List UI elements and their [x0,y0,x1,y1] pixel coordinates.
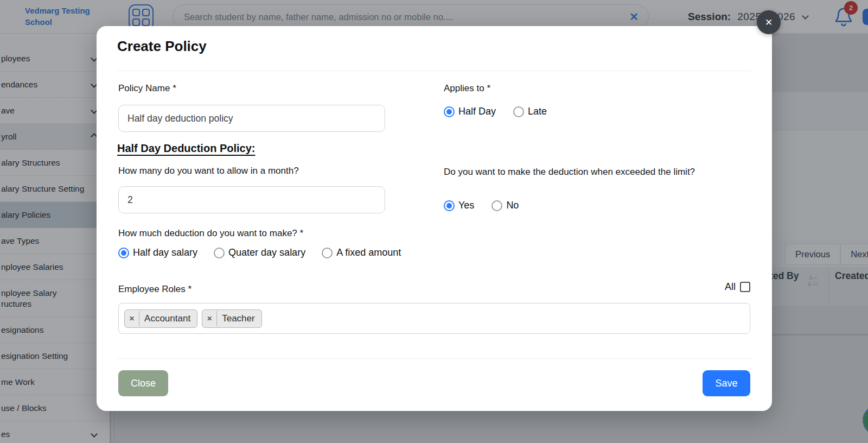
divider [117,358,751,359]
all-label: All [725,281,736,293]
radio-unselected-icon[interactable] [513,106,524,117]
deduction-amount-radio-group: Half day salaryQuater day salaryA fixed … [118,247,401,258]
radio-label: Half day salary [133,247,197,258]
exceed-limit-label: Do you want to make the deduction when e… [444,164,745,179]
remove-tag-icon[interactable]: ✕ [125,311,139,326]
allow-month-label: How many do you want to allow in a month… [118,166,299,176]
radio-option[interactable]: A fixed amount [322,247,401,258]
remove-tag-icon[interactable]: ✕ [202,311,217,326]
deduction-amount-label: How much deduction do you want to make? … [118,228,303,239]
radio-option[interactable]: No [492,200,519,211]
role-tag: ✕Accountant [124,309,197,328]
create-policy-modal: Create Policy Policy Name * Applies to *… [97,26,772,411]
radio-label: No [506,200,519,211]
all-checkbox[interactable] [740,282,750,292]
radio-label: Half Day [458,106,496,117]
close-button[interactable]: Close [118,370,168,396]
radio-option[interactable]: Half day salary [118,247,197,258]
employee-roles-multiselect[interactable]: ✕Accountant✕Teacher [118,303,750,334]
radio-label: A fixed amount [336,247,401,258]
radio-unselected-icon[interactable] [492,200,502,211]
applies-to-radio-group: Half DayLate [444,106,547,117]
radio-option[interactable]: Yes [444,200,474,211]
radio-label: Yes [458,200,474,211]
exceed-limit-radio-group: YesNo [444,200,519,211]
section-heading: Half Day Deduction Policy: [117,142,256,155]
allow-month-input[interactable] [118,186,385,213]
radio-option[interactable]: Quater day salary [214,247,305,258]
radio-label: Quater day salary [228,247,305,258]
applies-to-label: Applies to * [444,83,490,94]
divider [117,71,751,71]
radio-selected-icon[interactable] [444,200,455,211]
radio-selected-icon[interactable] [444,106,455,117]
role-tag-label: Teacher [217,310,261,327]
roles-tag-list: ✕Accountant✕Teacher [124,309,262,328]
radio-option[interactable]: Late [513,106,547,117]
policy-name-label: Policy Name * [118,83,176,94]
policy-name-input[interactable] [118,105,385,132]
save-button[interactable]: Save [703,370,750,396]
select-all-roles: All [725,281,750,293]
radio-unselected-icon[interactable] [322,248,333,258]
role-tag: ✕Teacher [202,309,262,328]
radio-option[interactable]: Half Day [444,106,496,117]
employee-roles-label: Employee Roles * [118,284,192,295]
modal-close-button[interactable]: ✕ [757,10,781,34]
role-tag-label: Accountant [139,310,197,327]
radio-label: Late [528,106,547,117]
radio-selected-icon[interactable] [118,248,129,258]
radio-unselected-icon[interactable] [214,248,225,258]
modal-title: Create Policy [117,38,207,55]
